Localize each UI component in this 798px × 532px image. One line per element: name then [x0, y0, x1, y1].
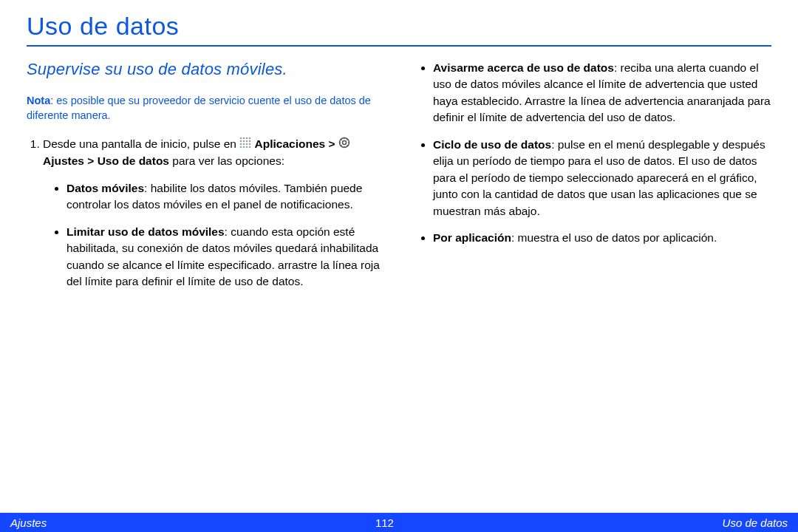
right-bullets: Avisarme acerca de uso de datos: reciba …: [417, 60, 771, 247]
svg-point-12: [240, 146, 242, 148]
step-1: Desde una pantalla de inicio, pulse en A…: [43, 136, 381, 290]
list-item: Por aplicación: muestra el uso de datos …: [433, 230, 771, 246]
svg-point-17: [342, 140, 346, 144]
note: Nota: es posible que su proveedor de ser…: [27, 94, 381, 123]
step-1-tail: para ver las opciones:: [169, 154, 284, 167]
svg-point-23: [347, 145, 348, 146]
step-1-pre: Desde una pantalla de inicio, pulse en: [43, 137, 239, 150]
svg-point-24: [341, 145, 342, 146]
svg-point-14: [246, 146, 248, 148]
subtitle: Supervise su uso de datos móviles.: [27, 60, 381, 79]
footer: Ajustes 112 Uso de datos: [0, 513, 798, 532]
bullet-label: Datos móviles: [66, 182, 144, 194]
svg-point-18: [344, 137, 345, 139]
svg-point-22: [341, 139, 342, 140]
svg-point-21: [348, 142, 349, 143]
svg-point-2: [246, 137, 248, 139]
apps-grid-icon: [239, 137, 251, 153]
svg-point-1: [243, 137, 245, 139]
bullet-label: Ciclo de uso de datos: [433, 138, 551, 151]
note-label: Nota: [27, 95, 50, 106]
svg-point-11: [249, 143, 251, 145]
svg-point-16: [339, 137, 349, 147]
svg-point-20: [340, 142, 341, 143]
note-text: : es posible que su proveedor de servici…: [27, 95, 371, 121]
svg-point-7: [249, 140, 251, 142]
footer-right: Uso de datos: [723, 516, 788, 529]
page-title: Uso de datos: [27, 12, 771, 47]
footer-page-number: 112: [375, 516, 394, 529]
svg-point-15: [249, 146, 251, 148]
svg-point-6: [246, 140, 248, 142]
svg-point-10: [246, 143, 248, 145]
step-1-settings: Ajustes: [43, 154, 84, 167]
svg-point-0: [240, 137, 242, 139]
svg-point-25: [347, 139, 348, 140]
list-item: Ciclo de uso de datos: pulse en el menú …: [433, 137, 771, 219]
list-item: Datos móviles: habilite los datos móvile…: [66, 180, 381, 214]
list-item: Limitar uso de datos móviles: cuando est…: [66, 224, 381, 290]
steps-list: Desde una pantalla de inicio, pulse en A…: [27, 136, 381, 290]
svg-point-8: [240, 143, 242, 145]
bullet-label: Por aplicación: [433, 231, 511, 244]
svg-point-5: [243, 140, 245, 142]
right-column: Avisarme acerca de uso de datos: reciba …: [417, 60, 771, 296]
svg-point-19: [344, 146, 345, 147]
svg-point-9: [243, 143, 245, 145]
bullet-label: Limitar uso de datos móviles: [66, 225, 225, 238]
settings-gear-icon: [338, 137, 350, 153]
svg-point-13: [243, 146, 245, 148]
left-column: Supervise su uso de datos móviles. Nota:…: [27, 60, 381, 296]
step-1-apps: Aplicaciones: [255, 137, 326, 150]
bullet-text: : muestra el uso de datos por aplicación…: [511, 231, 717, 244]
bullet-label: Avisarme acerca de uso de datos: [433, 61, 614, 74]
left-bullets: Datos móviles: habilite los datos móvile…: [43, 180, 381, 290]
svg-point-4: [240, 140, 242, 142]
list-item: Avisarme acerca de uso de datos: reciba …: [433, 60, 771, 126]
svg-point-3: [249, 137, 251, 139]
footer-left: Ajustes: [10, 516, 47, 529]
step-1-datausage: Uso de datos: [98, 154, 169, 167]
